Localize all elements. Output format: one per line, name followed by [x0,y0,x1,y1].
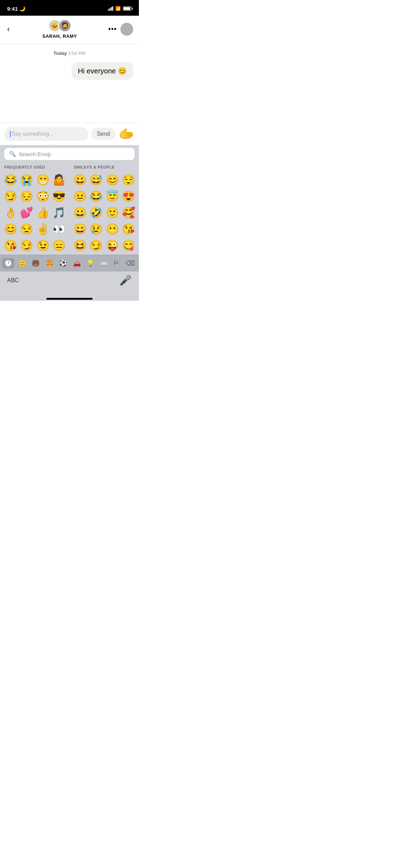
frequently-used-section: FREQUENTLY USED 😂 😭 😁 🤷 😏 😔 😳 😎 👌 💕 👍 🎵 … [0,163,69,255]
avatars: 🐱 🧔 [48,19,71,32]
status-time: 9:41 [7,6,18,12]
emoji-item[interactable]: 🥰 [121,205,136,221]
emoji-item[interactable]: 😂 [3,172,18,188]
emoji-item[interactable]: 👀 [51,221,67,237]
smileys-grid: 😀 😅 😊 😌 😐 😂 😇 😍 😀 🤣 🙂 🥰 😄 😢 😶 😘 😆 😏 😜 [69,171,139,255]
emoji-item[interactable]: 👍 [35,205,51,221]
search-icon: 🔍 [9,151,16,157]
smileys-people-section: SMILEYS & PEOPLE 😀 😅 😊 😌 😐 😂 😇 😍 😀 🤣 🙂 🥰… [69,163,139,255]
category-smileys[interactable]: 🙂 [16,258,28,269]
emoji-item[interactable]: 💕 [19,205,34,221]
header-center: 🐱 🧔 SARAH, RAMY [42,19,77,39]
emoji-item[interactable]: 😏 [88,238,104,253]
chat-area: Today 3:54 PM Hi everyone 😊 [0,44,139,123]
emoji-item[interactable]: 😀 [72,172,88,188]
message-text: Hi everyone 😊 [72,62,133,80]
header-right: ••• [108,23,133,36]
emoji-item[interactable]: 😀 [72,205,88,221]
category-animals[interactable]: 🐻 [30,258,42,269]
emoji-item[interactable]: 😔 [19,188,34,204]
category-recent[interactable]: 🕐 [2,258,14,269]
moon-icon: 🌙 [19,6,25,11]
category-food[interactable]: 🍔 [43,258,56,269]
emoji-item[interactable]: 😘 [3,238,18,253]
home-bar [46,298,93,300]
emoji-item[interactable]: 🎵 [51,205,67,221]
emoji-item[interactable]: 😏 [3,188,18,204]
emoji-item[interactable]: 🙂 [105,205,120,221]
category-activities[interactable]: ⚽ [57,258,69,269]
input-placeholder: Say something... [11,131,54,137]
chat-header: ‹ 🐱 🧔 SARAH, RAMY ••• [0,16,139,44]
emoji-search-bar: 🔍 Search Emoji [0,145,139,163]
status-bar: 9:41 🌙 📶 [0,0,139,16]
emoji-item[interactable]: 😎 [51,188,67,204]
smileys-people-label: SMILEYS & PEOPLE [69,163,139,171]
emoji-item[interactable]: 😊 [105,172,120,188]
emoji-item[interactable]: 😊 [3,221,18,237]
contact-names: SARAH, RAMY [42,33,77,39]
wave-emoji: 🫱 [119,126,135,141]
emoji-item[interactable]: 😅 [88,172,104,188]
emoji-item[interactable]: 😏 [19,238,34,253]
emoji-item[interactable]: 😒 [19,221,34,237]
delete-button[interactable]: ⌫ [124,258,137,269]
emoji-search-placeholder: Search Emoji [19,151,51,157]
group-avatar [120,23,133,36]
emoji-item[interactable]: 😜 [105,238,120,253]
category-objects[interactable]: 💡 [84,258,97,269]
signal-icon [108,6,113,11]
emoji-item[interactable]: 👌 [3,205,18,221]
emoji-item[interactable]: 😉 [35,238,51,253]
battery-icon [123,6,132,11]
frequently-used-label: FREQUENTLY USED [0,163,69,171]
text-cursor [10,131,11,137]
emoji-item[interactable]: 😶 [105,221,120,237]
category-flags[interactable]: 🏳 [111,258,122,269]
frequently-used-grid: 😂 😭 😁 🤷 😏 😔 😳 😎 👌 💕 👍 🎵 😊 😒 ✌️ 👀 😘 😏 😉 [0,171,69,255]
microphone-icon[interactable]: 🎤 [119,274,132,286]
status-icons: 📶 [108,6,132,11]
send-button[interactable]: Send [91,128,116,140]
emoji-keyboard: 🔍 Search Emoji FREQUENTLY USED 😂 😭 😁 🤷 😏… [0,145,139,301]
home-indicator [0,293,139,301]
message-input[interactable]: Say something... [4,127,88,141]
emoji-item[interactable]: 😐 [72,188,88,204]
emoji-item[interactable]: 😳 [35,188,51,204]
emoji-item[interactable]: ✌️ [35,221,51,237]
keyboard-bottom-bar: ABC 🎤 [0,272,139,293]
emoji-item[interactable]: 😁 [35,172,51,188]
emoji-item[interactable]: 😄 [72,221,88,237]
emoji-search-container[interactable]: 🔍 Search Emoji [4,148,135,160]
input-area: Say something... Send 🫱 [0,123,139,145]
emoji-item[interactable]: 😆 [72,238,88,253]
emoji-item[interactable]: 😌 [121,172,136,188]
back-button[interactable]: ‹ [6,23,11,35]
emoji-item[interactable]: 🤣 [88,205,104,221]
wifi-icon: 📶 [115,6,121,11]
message-bubble: Hi everyone 😊 [6,62,133,80]
emoji-item[interactable]: 😇 [105,188,120,204]
emoji-item[interactable]: 😭 [19,172,34,188]
avatar-ramy: 🧔 [58,19,71,32]
emoji-category-bar: 🕐 🙂 🐻 🍔 ⚽ 🚗 💡 ⌨️ 🏳 ⌫ [0,255,139,272]
category-symbols[interactable]: ⌨️ [98,259,110,268]
emoji-item[interactable]: 🤷 [51,172,67,188]
emoji-item[interactable]: 😂 [88,188,104,204]
emoji-item[interactable]: 😢 [88,221,104,237]
emoji-item[interactable]: 😑 [51,238,67,253]
message-timestamp: Today 3:54 PM [6,50,133,56]
emoji-item[interactable]: 😘 [121,221,136,237]
emoji-columns: FREQUENTLY USED 😂 😭 😁 🤷 😏 😔 😳 😎 👌 💕 👍 🎵 … [0,163,139,255]
abc-button[interactable]: ABC [7,277,19,284]
emoji-item[interactable]: 😍 [121,188,136,204]
emoji-item[interactable]: 😋 [121,238,136,253]
category-travel[interactable]: 🚗 [71,258,83,269]
more-button[interactable]: ••• [108,25,117,33]
